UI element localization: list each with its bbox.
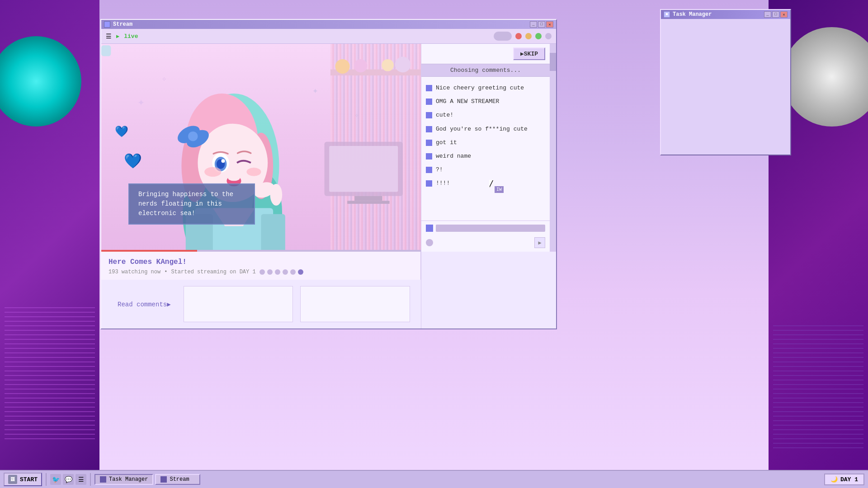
deco-circle-right	[782, 27, 868, 127]
svg-rect-8	[261, 214, 285, 252]
task-manager-btn-icon	[100, 476, 106, 483]
live-label: live	[124, 33, 138, 40]
stream-info: Here Comes KAngel! 193 watching now • St…	[101, 252, 421, 280]
toolbar-dot-red	[515, 33, 522, 39]
meta-dot-5	[290, 269, 296, 275]
video-progress-bar[interactable]	[101, 250, 421, 252]
stream-window-controls: _ □ ✕	[530, 21, 553, 28]
stream-window-title: Stream	[113, 21, 132, 28]
comment-checkbox-8[interactable]	[426, 180, 432, 187]
meta-separator: •	[164, 269, 167, 275]
stream-title-group: Stream	[104, 21, 132, 28]
stream-window-icon	[104, 21, 110, 28]
start-icon: 🖼	[8, 475, 17, 484]
taskbar-stream-btn[interactable]: Stream	[155, 474, 200, 485]
play-icon: ▶	[116, 33, 119, 40]
comment-checkbox-4[interactable]	[426, 126, 432, 132]
stream-lower-left: Here Comes KAngel! 193 watching now • St…	[101, 252, 421, 328]
twitter-icon[interactable]: 🐦	[50, 474, 61, 485]
comment-checkbox-3[interactable]	[426, 112, 432, 118]
chat-icon[interactable]: 💬	[63, 474, 74, 485]
stream-btn-icon	[160, 476, 167, 483]
svg-text:✧: ✧	[354, 112, 359, 120]
comment-send-row: ▶	[421, 235, 550, 252]
taskbar-task-manager-btn[interactable]: Task Manager	[94, 474, 153, 485]
comment-text-4: God you're so f***ing cute	[436, 125, 528, 133]
skip-button[interactable]: ▶SKIP	[513, 47, 545, 60]
read-comments-button[interactable]: Read comments▶	[108, 300, 180, 308]
task-manager-minimize[interactable]: _	[764, 11, 771, 18]
send-dot	[426, 239, 433, 246]
comment-checkbox-6[interactable]	[426, 153, 432, 160]
start-label: START	[20, 476, 38, 483]
bottom-bar: Read comments▶	[101, 280, 421, 328]
comment-item-1[interactable]: Nice cheery greeting cute	[426, 81, 545, 95]
comment-item-3[interactable]: cute!	[426, 108, 545, 122]
task-manager-title: Task Manager	[673, 11, 712, 18]
svg-text:✦: ✦	[137, 96, 145, 109]
comment-text-5: got it	[436, 139, 457, 147]
svg-rect-35	[329, 146, 398, 192]
toolbar-dot-gray	[545, 33, 552, 39]
comment-input-checkbox[interactable]	[426, 225, 433, 232]
comment-text-3: cute!	[436, 111, 453, 119]
task-manager-btn-label: Task Manager	[109, 476, 148, 483]
comments-scrollbar[interactable]	[550, 44, 556, 252]
taskbar-separator-1	[46, 473, 47, 486]
task-manager-window: ■ Task Manager _ □ ✕	[660, 9, 791, 155]
send-button[interactable]: ▶	[534, 237, 545, 248]
stream-titlebar: Stream _ □ ✕	[101, 20, 556, 29]
start-button[interactable]: 🖼 START	[4, 473, 42, 486]
deco-lines-right	[773, 325, 863, 452]
comment-item-2[interactable]: OMG A NEW STREAMER	[426, 95, 545, 108]
task-manager-restore[interactable]: □	[772, 11, 779, 18]
comment-item-5[interactable]: got it	[426, 136, 545, 150]
comment-item-6[interactable]: weird name	[426, 150, 545, 163]
svg-text:✧: ✧	[161, 74, 166, 84]
comment-checkbox-1[interactable]	[426, 85, 432, 91]
comment-text-7: ?!	[436, 166, 443, 174]
comment-checkbox-5[interactable]	[426, 140, 432, 146]
toolbar-dot-green	[535, 33, 542, 39]
svg-point-30	[354, 59, 367, 72]
scrollbar-thumb[interactable]	[550, 53, 556, 71]
comments-panel: ▶SKIP Choosing comments... Nice cheery g…	[421, 44, 550, 252]
meta-dot-6	[298, 269, 303, 275]
comment-checkbox-2[interactable]	[426, 99, 432, 105]
task-manager-icon: ■	[664, 11, 670, 18]
stream-dot-row	[259, 269, 303, 275]
svg-point-14	[221, 159, 225, 163]
hamburger-icon[interactable]: ☰	[106, 33, 112, 40]
toolbar-right	[494, 32, 552, 41]
task-manager-close[interactable]: ✕	[780, 11, 788, 18]
comment-list: Nice cheery greeting cute OMG A NEW STRE…	[421, 79, 550, 221]
svg-point-16	[246, 168, 261, 176]
speech-bubble-text: Bringing happiness to the nerds floating…	[138, 191, 233, 217]
comment-item-4[interactable]: God you're so f***ing cute	[426, 122, 545, 136]
svg-point-23	[270, 184, 283, 206]
taskbar-separator-2	[90, 473, 91, 486]
svg-rect-37	[347, 201, 389, 204]
stream-minimize[interactable]: _	[530, 21, 537, 28]
bottom-panel-2	[300, 286, 410, 322]
stream-close[interactable]: ✕	[546, 21, 553, 28]
choosing-bar: Choosing comments...	[421, 64, 550, 77]
comment-text-8: !!!!	[436, 179, 450, 188]
svg-point-15	[204, 167, 221, 177]
skip-button-row: ▶SKIP	[421, 44, 550, 64]
watching-count: 193 watching now	[108, 269, 160, 275]
comment-checkbox-7[interactable]	[426, 167, 432, 173]
menu-icon[interactable]: ☰	[75, 474, 86, 485]
comment-item-7[interactable]: ?!	[426, 163, 545, 177]
speech-bubble: Bringing happiness to the nerds floating…	[128, 183, 255, 225]
taskbar: 🖼 START 🐦 💬 ☰ Task Manager Stream 🌙 DAY …	[0, 470, 868, 488]
comment-item-8[interactable]: !!!!	[426, 177, 545, 190]
taskbar-right: 🌙 DAY 1	[824, 474, 864, 485]
stream-video-title: Here Comes KAngel!	[108, 258, 413, 266]
meta-dot-4	[283, 269, 288, 275]
comment-input-area	[421, 221, 550, 235]
stream-restore[interactable]: □	[538, 21, 545, 28]
comment-text-2: OMG A NEW STREAMER	[436, 98, 499, 106]
comments-panel-container: ▶SKIP Choosing comments... Nice cheery g…	[421, 44, 556, 252]
svg-point-29	[335, 59, 350, 74]
